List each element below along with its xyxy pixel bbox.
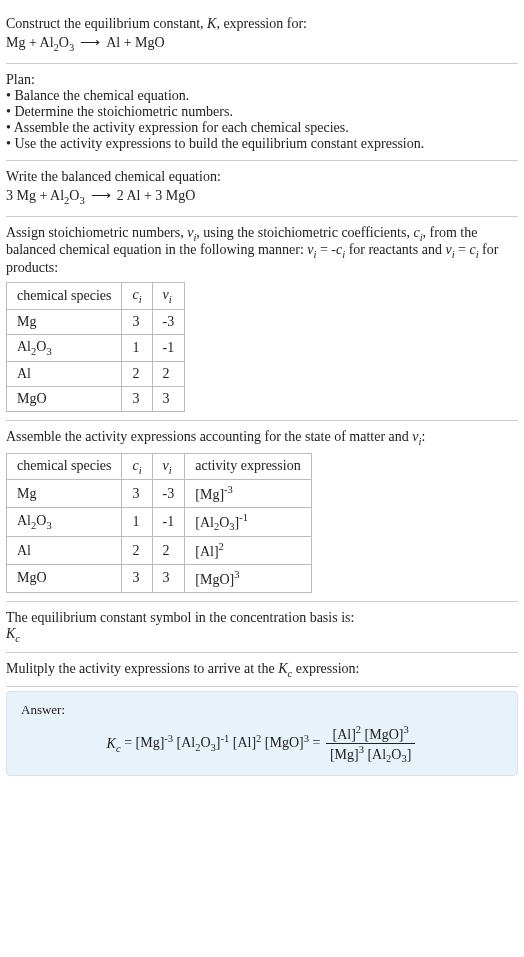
activity-section: Assemble the activity expressions accoun… bbox=[6, 421, 518, 602]
cell-activity: [Mg]-3 bbox=[185, 480, 311, 508]
answer-label: Answer: bbox=[21, 702, 503, 718]
table-header-row: chemical species ci νi bbox=[7, 283, 185, 310]
activity-table: chemical species ci νi activity expressi… bbox=[6, 453, 312, 593]
col-species: chemical species bbox=[7, 453, 122, 480]
cell-ci: 1 bbox=[122, 508, 152, 537]
cell-species: Al2O3 bbox=[7, 508, 122, 537]
cell-ci: 3 bbox=[122, 480, 152, 508]
col-activity: activity expression bbox=[185, 453, 311, 480]
balanced-title: Write the balanced chemical equation: bbox=[6, 169, 518, 185]
cell-species: Mg bbox=[7, 480, 122, 508]
col-ci: ci bbox=[122, 453, 152, 480]
cell-species: Mg bbox=[7, 309, 122, 334]
col-species: chemical species bbox=[7, 283, 122, 310]
table-row: Mg 3 -3 bbox=[7, 309, 185, 334]
cell-ci: 3 bbox=[122, 386, 152, 411]
assign-text: Assign stoichiometric numbers, νi, using… bbox=[6, 225, 518, 277]
table-row: Mg 3 -3 [Mg]-3 bbox=[7, 480, 312, 508]
cell-vi: -3 bbox=[152, 480, 185, 508]
answer-box: Answer: Kc = [Mg]-3 [Al2O3]-1 [Al]2 [MgO… bbox=[6, 691, 518, 775]
multiply-text: Mulitply the activity expressions to arr… bbox=[6, 661, 518, 679]
symbol-text: The equilibrium constant symbol in the c… bbox=[6, 610, 518, 626]
plan-bullet: • Balance the chemical equation. bbox=[6, 88, 518, 104]
table-row: Al2O3 1 -1 bbox=[7, 334, 185, 361]
table-row: MgO 3 3 bbox=[7, 386, 185, 411]
intro-text: Construct the equilibrium constant, K, e… bbox=[6, 16, 518, 32]
assign-section: Assign stoichiometric numbers, νi, using… bbox=[6, 217, 518, 421]
plan-bullet: • Use the activity expressions to build … bbox=[6, 136, 518, 152]
cell-ci: 3 bbox=[122, 309, 152, 334]
cell-ci: 2 bbox=[122, 361, 152, 386]
cell-vi: -1 bbox=[152, 508, 185, 537]
intro-section: Construct the equilibrium constant, K, e… bbox=[6, 6, 518, 64]
balanced-section: Write the balanced chemical equation: 3 … bbox=[6, 161, 518, 217]
symbol-value: Kc bbox=[6, 626, 518, 644]
cell-vi: 2 bbox=[152, 537, 185, 565]
col-vi: νi bbox=[152, 453, 185, 480]
intro-equation: Mg + Al2O3⟶Al + MgO bbox=[6, 34, 518, 53]
plan-bullet: • Assemble the activity expression for e… bbox=[6, 120, 518, 136]
answer-equation: Kc = [Mg]-3 [Al2O3]-1 [Al]2 [MgO]3 = [Al… bbox=[21, 724, 503, 764]
cell-activity: [MgO]3 bbox=[185, 565, 311, 593]
col-vi: νi bbox=[152, 283, 185, 310]
cell-species: Al bbox=[7, 537, 122, 565]
cell-ci: 3 bbox=[122, 565, 152, 593]
cell-vi: -3 bbox=[152, 309, 185, 334]
col-ci: ci bbox=[122, 283, 152, 310]
plan-title: Plan: bbox=[6, 72, 518, 88]
cell-species: Al2O3 bbox=[7, 334, 122, 361]
cell-ci: 2 bbox=[122, 537, 152, 565]
table-row: Al 2 2 bbox=[7, 361, 185, 386]
balanced-equation: 3 Mg + Al2O3⟶2 Al + 3 MgO bbox=[6, 187, 518, 206]
cell-species: Al bbox=[7, 361, 122, 386]
table-header-row: chemical species ci νi activity expressi… bbox=[7, 453, 312, 480]
cell-activity: [Al2O3]-1 bbox=[185, 508, 311, 537]
cell-vi: 3 bbox=[152, 565, 185, 593]
cell-species: MgO bbox=[7, 565, 122, 593]
plan-bullet: • Determine the stoichiometric numbers. bbox=[6, 104, 518, 120]
table-row: MgO 3 3 [MgO]3 bbox=[7, 565, 312, 593]
cell-vi: 2 bbox=[152, 361, 185, 386]
table-row: Al2O3 1 -1 [Al2O3]-1 bbox=[7, 508, 312, 537]
symbol-section: The equilibrium constant symbol in the c… bbox=[6, 602, 518, 653]
cell-vi: 3 bbox=[152, 386, 185, 411]
cell-species: MgO bbox=[7, 386, 122, 411]
multiply-section: Mulitply the activity expressions to arr… bbox=[6, 653, 518, 688]
activity-text: Assemble the activity expressions accoun… bbox=[6, 429, 518, 447]
plan-section: Plan: • Balance the chemical equation. •… bbox=[6, 64, 518, 161]
cell-activity: [Al]2 bbox=[185, 537, 311, 565]
assign-table: chemical species ci νi Mg 3 -3 Al2O3 1 -… bbox=[6, 282, 185, 412]
cell-vi: -1 bbox=[152, 334, 185, 361]
table-row: Al 2 2 [Al]2 bbox=[7, 537, 312, 565]
cell-ci: 1 bbox=[122, 334, 152, 361]
